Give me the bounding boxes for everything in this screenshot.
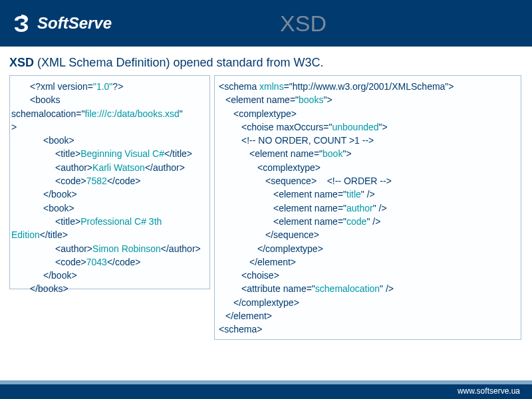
softserve-icon (11, 13, 32, 34)
footer-url: www.softserve.ua (458, 386, 520, 396)
intro-bold: XSD (9, 56, 34, 69)
xml-code-panel: <?xml version="1.0"?> <books schemalocat… (9, 75, 210, 289)
slide-header: SoftServe XSD (0, 0, 532, 47)
slide-footer: www.softserve.ua (0, 380, 532, 399)
footer-bar: www.softserve.ua (0, 384, 532, 399)
slide-title: XSD (85, 11, 521, 37)
slide-content: XSD (XML Schema Definition) opened stand… (0, 47, 532, 340)
code-panels: <?xml version="1.0"?> <books schemalocat… (9, 75, 523, 340)
xsd-code-panel: <schema xmlns="http://www.w3.org/2001/XM… (214, 75, 521, 340)
intro-text: XSD (XML Schema Definition) opened stand… (9, 56, 523, 70)
intro-rest: (XML Schema Definition) opened standard … (34, 56, 324, 69)
